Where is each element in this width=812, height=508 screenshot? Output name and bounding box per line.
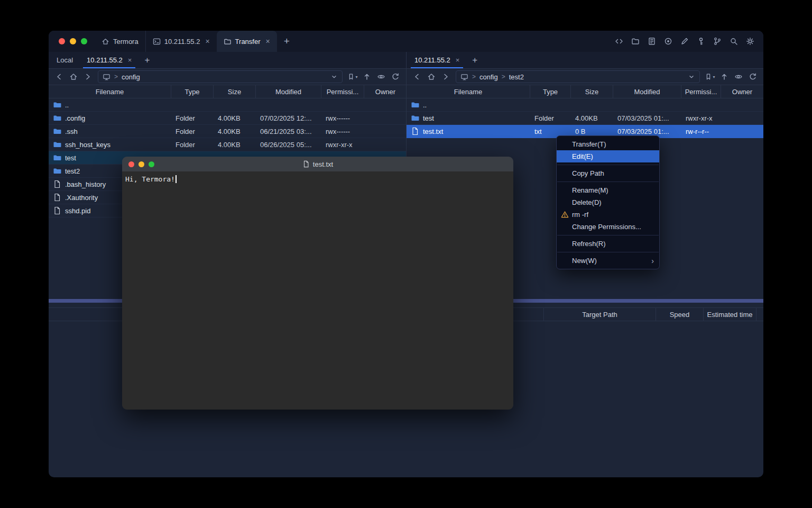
menu-item-new[interactable]: New(W)› <box>557 255 659 267</box>
new-panel-tab-button[interactable]: + <box>466 52 483 68</box>
file-row[interactable]: .config Folder 4.00KB 07/02/2025 12:... … <box>49 112 406 125</box>
menu-item-transfer[interactable]: Transfer(T) <box>557 138 659 150</box>
editor-window-controls <box>122 161 154 167</box>
eye-icon <box>377 72 385 81</box>
file-modified: 07/02/2025 12:... <box>256 112 321 124</box>
new-tab-button[interactable]: + <box>277 31 297 52</box>
bookmark-button[interactable]: ▾ <box>704 71 716 83</box>
refresh-button[interactable] <box>747 71 759 83</box>
editor-zoom-button[interactable] <box>149 161 154 167</box>
file-owner <box>721 112 763 124</box>
back-button[interactable] <box>411 71 423 83</box>
column-type[interactable]: Type <box>530 85 571 98</box>
folder-icon <box>53 140 61 149</box>
breadcrumb-segment[interactable]: config <box>479 73 498 81</box>
terminal-icon <box>153 38 161 46</box>
path-dropdown-button[interactable] <box>688 73 695 80</box>
menu-item-refresh[interactable]: Refresh(R) <box>557 238 659 250</box>
file-row[interactable]: .. <box>407 98 763 112</box>
column-owner[interactable]: Owner <box>721 85 763 98</box>
app-tab-transfer[interactable]: Transfer × <box>217 31 277 52</box>
menu-item-label: Refresh(R) <box>572 240 606 248</box>
queue-column-target-path[interactable]: Target Path <box>543 308 656 321</box>
file-permissions: rwx------ <box>321 125 364 138</box>
column-modified[interactable]: Modified <box>256 85 321 98</box>
log-button[interactable] <box>645 35 658 48</box>
path-breadcrumb[interactable]: > config <box>98 70 343 83</box>
queue-column-speed[interactable]: Speed <box>656 308 703 321</box>
home-button[interactable] <box>426 71 437 83</box>
search-button[interactable] <box>727 35 740 48</box>
menu-item-rename[interactable]: Rename(M) <box>557 184 659 196</box>
folder-button[interactable] <box>629 35 642 48</box>
file-owner <box>364 112 407 124</box>
close-tab-icon[interactable]: × <box>266 37 270 46</box>
breadcrumb-segment[interactable]: config <box>122 73 140 81</box>
column-permissions[interactable]: Permissi... <box>321 85 364 98</box>
path-dropdown-button[interactable] <box>330 73 338 80</box>
column-size[interactable]: Size <box>214 85 256 98</box>
menu-item-edit[interactable]: Edit(E) <box>557 150 659 162</box>
key-button[interactable] <box>695 35 707 48</box>
local-tab[interactable]: Local <box>50 52 80 68</box>
bookmark-button[interactable]: ▾ <box>347 71 358 83</box>
record-icon <box>664 37 672 46</box>
file-row[interactable]: .ssh Folder 4.00KB 06/21/2025 03:... rwx… <box>49 125 406 138</box>
file-row[interactable]: test Folder 4.00KB 07/03/2025 01:... rwx… <box>407 112 763 125</box>
menu-item-copy-path[interactable]: Copy Path <box>557 167 659 179</box>
file-row[interactable]: .. <box>49 98 406 112</box>
zoom-window-button[interactable] <box>81 38 87 44</box>
menu-item-delete[interactable]: Delete(D) <box>557 196 659 208</box>
close-window-button[interactable] <box>59 38 65 44</box>
refresh-icon <box>391 72 400 81</box>
column-owner[interactable]: Owner <box>364 85 407 98</box>
editor-titlebar[interactable]: test.txt <box>122 157 513 171</box>
new-panel-tab-button[interactable]: + <box>139 52 155 68</box>
branch-button[interactable] <box>711 35 724 48</box>
close-tab-icon[interactable]: × <box>128 56 132 64</box>
close-tab-icon[interactable]: × <box>205 37 209 46</box>
parent-directory-button[interactable] <box>361 71 373 83</box>
forward-button[interactable] <box>82 71 94 83</box>
app-tab-ssh-10-211-55-2[interactable]: 10.211.55.2 × <box>145 31 217 52</box>
minimize-window-button[interactable] <box>70 38 76 44</box>
column-filename[interactable]: Filename <box>49 85 171 98</box>
file-size: 4.00KB <box>571 112 613 124</box>
editor-minimize-button[interactable] <box>139 161 144 167</box>
home-button[interactable] <box>68 71 79 83</box>
right-panel-toolbar: > config > test2 ▾ <box>407 69 763 85</box>
folder-icon <box>53 127 61 135</box>
column-size[interactable]: Size <box>571 85 613 98</box>
editor-close-button[interactable] <box>128 161 134 167</box>
column-permissions[interactable]: Permissi... <box>681 85 721 98</box>
filename: test2 <box>65 167 80 175</box>
folder-icon <box>53 114 61 122</box>
file-size <box>214 98 256 111</box>
code-button[interactable] <box>613 35 625 48</box>
close-tab-icon[interactable]: × <box>456 56 460 64</box>
record-button[interactable] <box>662 35 675 48</box>
app-tab-termora[interactable]: Termora <box>95 31 145 52</box>
edit-button[interactable] <box>678 35 691 48</box>
menu-item-change-permissions[interactable]: Change Permissions... <box>557 221 659 233</box>
column-type[interactable]: Type <box>171 85 214 98</box>
file-table-header: Filename Type Size Modified Permissi... … <box>49 85 406 98</box>
column-filename[interactable]: Filename <box>407 85 530 98</box>
refresh-button[interactable] <box>390 71 401 83</box>
column-modified[interactable]: Modified <box>613 85 681 98</box>
parent-directory-button[interactable] <box>718 71 730 83</box>
menu-item-rm-rf[interactable]: rm -rf <box>557 208 659 221</box>
editor-content[interactable]: Hi, Termora! <box>122 171 513 410</box>
show-hidden-files-button[interactable] <box>375 71 387 83</box>
remote-tab-10-211-55-2[interactable]: 10.211.55.2 × <box>80 52 139 68</box>
path-breadcrumb[interactable]: > config > test2 <box>456 70 700 83</box>
forward-button[interactable] <box>440 71 451 83</box>
file-row[interactable]: ssh_host_keys Folder 4.00KB 06/26/2025 0… <box>49 138 406 151</box>
tab-label: 10.211.55.2 <box>164 38 200 46</box>
breadcrumb-segment[interactable]: test2 <box>509 73 524 81</box>
remote-tab-10-211-55-2[interactable]: 10.211.55.2 × <box>408 52 466 68</box>
settings-button[interactable] <box>744 35 756 48</box>
show-hidden-files-button[interactable] <box>733 71 744 83</box>
queue-column-estimated-time[interactable]: Estimated time <box>703 308 756 321</box>
back-button[interactable] <box>53 71 65 83</box>
